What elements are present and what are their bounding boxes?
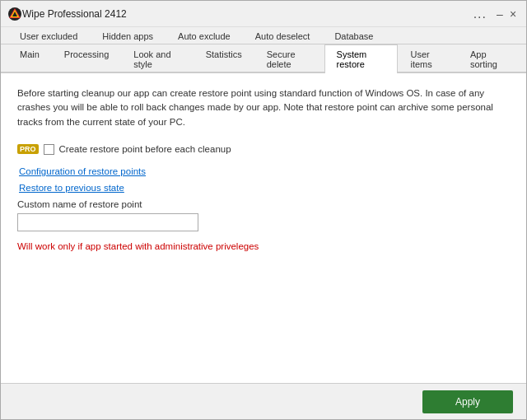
tab-main[interactable]: Main: [7, 44, 52, 73]
main-window: Wipe Professional 2412 ... – × User excl…: [0, 0, 527, 420]
top-tab-row: User excluded Hidden apps Auto exclude A…: [1, 27, 526, 44]
custom-name-label: Custom name of restore point: [17, 199, 510, 209]
tab-database[interactable]: Database: [322, 27, 385, 44]
warning-text: Will work only if app started with admin…: [17, 241, 510, 251]
pro-badge: PRO: [17, 144, 39, 154]
configuration-link[interactable]: Configuration of restore points: [19, 166, 510, 176]
description-text: Before starting cleanup our app can crea…: [17, 86, 510, 129]
restore-point-checkbox[interactable]: [44, 144, 54, 155]
tab-secure-delete[interactable]: Secure delete: [254, 44, 324, 73]
tab-statistics[interactable]: Statistics: [194, 44, 254, 73]
tab-look-and-style[interactable]: Look and style: [121, 44, 193, 73]
tab-processing[interactable]: Processing: [52, 44, 121, 73]
apply-button[interactable]: Apply: [422, 390, 513, 413]
tab-user-items[interactable]: User items: [398, 44, 458, 73]
tab-auto-exclude[interactable]: Auto exclude: [166, 27, 243, 44]
custom-name-input[interactable]: [17, 213, 198, 231]
tab-hidden-apps[interactable]: Hidden apps: [90, 27, 166, 44]
window-title: Wipe Professional 2412: [22, 8, 473, 20]
app-icon: [7, 7, 22, 21]
menu-dots[interactable]: ...: [473, 7, 487, 21]
tab-system-restore[interactable]: System restore: [324, 44, 399, 73]
title-bar: Wipe Professional 2412 ... – ×: [1, 1, 526, 27]
minimize-button[interactable]: –: [493, 7, 506, 21]
restore-previous-link[interactable]: Restore to previous state: [19, 183, 510, 193]
tab-app-sorting[interactable]: App sorting: [458, 44, 520, 73]
close-button[interactable]: ×: [506, 7, 520, 21]
tab-auto-deselect[interactable]: Auto deselect: [243, 27, 323, 44]
restore-point-label: Create restore point before each cleanup: [59, 144, 231, 154]
footer: Apply: [1, 383, 526, 419]
pro-option-row: PRO Create restore point before each cle…: [17, 144, 510, 155]
bottom-tab-row: Main Processing Look and style Statistic…: [1, 44, 526, 73]
tab-user-excluded[interactable]: User excluded: [7, 27, 90, 44]
content-area: Before starting cleanup our app can crea…: [1, 73, 526, 383]
